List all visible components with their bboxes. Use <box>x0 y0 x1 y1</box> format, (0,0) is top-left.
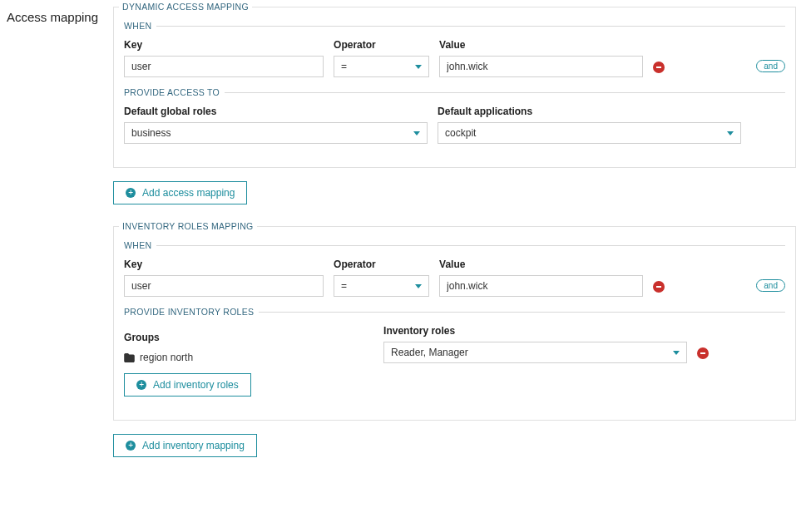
dynamic-access-mapping-section: DYNAMIC ACCESS MAPPING WHEN Key Operator <box>113 7 796 168</box>
plus-circle-icon: + <box>136 380 146 390</box>
dynamic-roles-select[interactable]: business <box>124 122 428 144</box>
inventory-operator-select[interactable]: = <box>334 275 429 297</box>
minus-icon <box>656 66 661 68</box>
divider <box>156 245 785 246</box>
remove-inventory-role-button[interactable] <box>697 347 709 359</box>
dynamic-apps-value: cockpit <box>445 127 476 139</box>
inventory-roles-mapping-section: INVENTORY ROLES MAPPING WHEN Key Operato… <box>113 226 796 421</box>
dynamic-apps-select[interactable]: cockpit <box>438 122 741 144</box>
inventory-section-legend: INVENTORY ROLES MAPPING <box>119 221 256 231</box>
dynamic-section-legend: DYNAMIC ACCESS MAPPING <box>119 2 252 12</box>
divider <box>259 312 785 313</box>
dynamic-value-input[interactable] <box>439 56 643 77</box>
inventory-group-item: region north <box>124 352 373 363</box>
inventory-provide-group: PROVIDE INVENTORY ROLES Groups region no… <box>124 307 785 397</box>
chevron-down-icon <box>727 131 734 135</box>
dynamic-operator-select[interactable]: = <box>334 56 429 77</box>
remove-condition-button[interactable] <box>653 281 665 293</box>
inventory-group-name: region north <box>140 352 193 363</box>
dynamic-operator-label: Operator <box>334 39 429 51</box>
dynamic-roles-value: business <box>131 127 171 139</box>
inventory-groups-label: Groups <box>124 332 373 343</box>
inventory-operator-label: Operator <box>334 259 429 270</box>
chevron-down-icon <box>415 65 422 69</box>
inventory-provide-legend: PROVIDE INVENTORY ROLES <box>124 307 259 317</box>
minus-icon <box>700 352 705 354</box>
add-inventory-mapping-button[interactable]: + Add inventory mapping <box>113 434 257 457</box>
minus-icon <box>656 286 661 288</box>
page-title: Access mapping <box>7 7 98 457</box>
chevron-down-icon <box>415 284 422 288</box>
inventory-roles-value: Reader, Manager <box>391 347 468 358</box>
dynamic-when-group: WHEN Key Operator = <box>124 21 785 77</box>
dynamic-provide-group: PROVIDE ACCESS TO Default global roles b… <box>124 87 785 144</box>
add-inventory-mapping-label: Add inventory mapping <box>142 440 245 451</box>
chevron-down-icon <box>413 131 420 135</box>
chevron-down-icon <box>673 351 680 355</box>
inventory-roles-select[interactable]: Reader, Manager <box>383 342 687 363</box>
folder-icon <box>124 353 135 362</box>
remove-condition-button[interactable] <box>653 62 665 73</box>
dynamic-when-legend: WHEN <box>124 21 156 31</box>
dynamic-key-input[interactable] <box>124 56 324 77</box>
add-access-mapping-label: Add access mapping <box>142 187 235 199</box>
inventory-operator-value: = <box>341 280 347 292</box>
dynamic-roles-label: Default global roles <box>124 106 428 117</box>
inventory-when-group: WHEN Key Operator = <box>124 240 785 297</box>
plus-circle-icon: + <box>126 188 136 198</box>
dynamic-provide-legend: PROVIDE ACCESS TO <box>124 87 225 97</box>
dynamic-apps-label: Default applications <box>438 106 741 117</box>
plus-circle-icon: + <box>126 441 136 451</box>
inventory-key-label: Key <box>124 259 324 270</box>
dynamic-value-label: Value <box>439 39 643 51</box>
inventory-value-label: Value <box>439 259 643 270</box>
divider <box>225 92 785 93</box>
dynamic-key-label: Key <box>124 39 324 51</box>
inventory-key-input[interactable] <box>124 275 324 297</box>
inventory-value-input[interactable] <box>439 275 643 297</box>
add-access-mapping-button[interactable]: + Add access mapping <box>113 181 247 204</box>
add-inventory-roles-button[interactable]: + Add inventory roles <box>124 373 251 397</box>
inventory-roles-label: Inventory roles <box>383 325 687 337</box>
divider <box>156 26 785 27</box>
and-condition-button[interactable]: and <box>756 279 785 292</box>
dynamic-operator-value: = <box>341 61 347 72</box>
and-condition-button[interactable]: and <box>756 60 785 72</box>
inventory-when-legend: WHEN <box>124 240 156 250</box>
add-inventory-roles-label: Add inventory roles <box>153 379 239 391</box>
